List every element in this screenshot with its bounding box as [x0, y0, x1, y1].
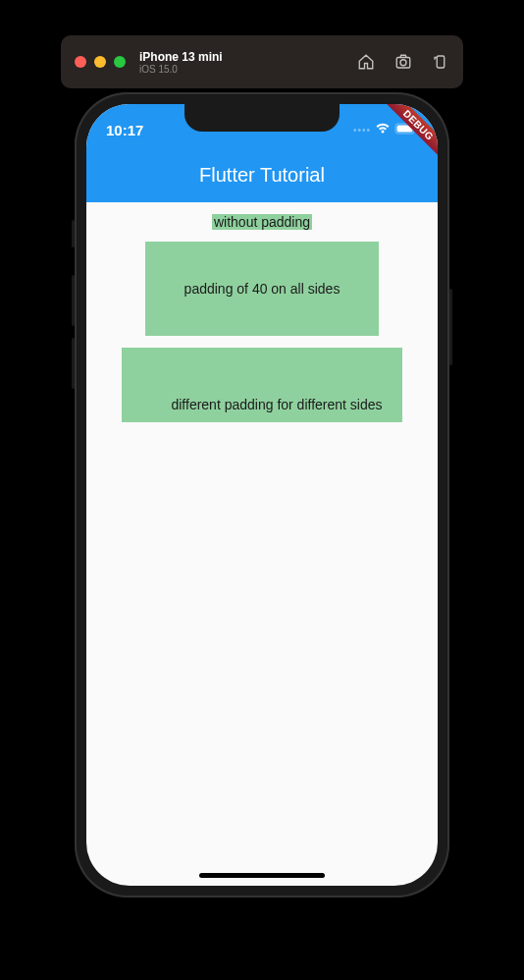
- silent-switch: [72, 220, 75, 247]
- power-button: [449, 289, 452, 365]
- home-indicator[interactable]: [199, 873, 325, 878]
- volume-up-button: [72, 275, 75, 326]
- box-no-padding: without padding: [212, 214, 312, 230]
- phone-frame: DEBUG 10:17 ••••: [75, 92, 449, 898]
- content-area: without padding padding of 40 on all sid…: [86, 202, 438, 422]
- app-bar-title: Flutter Tutorial: [199, 164, 325, 187]
- os-version-label: iOS 15.0: [139, 64, 357, 75]
- svg-rect-2: [437, 56, 445, 68]
- volume-down-button: [72, 338, 75, 389]
- screenshot-icon[interactable]: [394, 53, 412, 71]
- status-time: 10:17: [106, 122, 143, 138]
- close-window-button[interactable]: [75, 56, 86, 68]
- maximize-window-button[interactable]: [114, 56, 126, 68]
- phone-screen: DEBUG 10:17 ••••: [86, 104, 438, 886]
- box-asymmetric-padding: different padding for different sides: [122, 348, 401, 422]
- app-bar: Flutter Tutorial: [86, 147, 438, 202]
- rotate-icon[interactable]: [432, 53, 449, 71]
- box-uniform-padding: padding of 40 on all sides: [145, 242, 380, 336]
- simulator-toolbar: iPhone 13 mini iOS 15.0: [61, 35, 463, 88]
- window-controls: [75, 56, 126, 68]
- wifi-icon: [375, 121, 391, 138]
- minimize-window-button[interactable]: [94, 56, 106, 68]
- simulator-title-area: iPhone 13 mini iOS 15.0: [139, 50, 357, 75]
- simulator-action-icons: [357, 53, 449, 71]
- home-icon[interactable]: [357, 53, 375, 71]
- cellular-icon: ••••: [353, 125, 371, 136]
- svg-point-1: [400, 60, 406, 66]
- device-name-label: iPhone 13 mini: [139, 50, 357, 64]
- phone-notch: [184, 104, 340, 132]
